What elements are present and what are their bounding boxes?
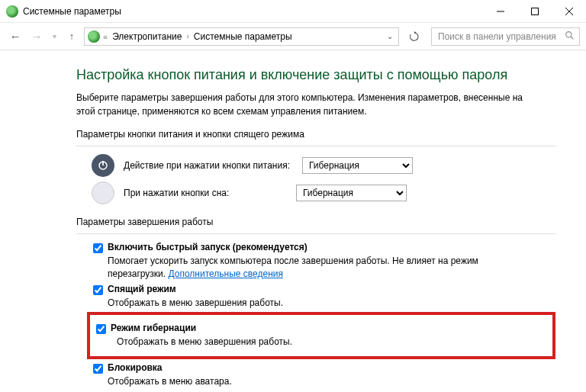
hibernate-option: Режим гибернации Отображать в меню завер… <box>96 323 548 349</box>
back-button[interactable]: ← <box>6 27 24 46</box>
more-info-link[interactable]: Дополнительные сведения <box>168 268 282 279</box>
svg-line-5 <box>571 37 573 39</box>
power-button-row: Действие при нажатии кнопки питания: Гиб… <box>92 154 555 177</box>
moon-icon <box>92 182 114 204</box>
lock-sub: Отображать в меню аватара. <box>108 375 520 388</box>
fast-startup-checkbox[interactable] <box>93 243 103 253</box>
fast-startup-title: Включить быстрый запуск (рекомендуется) <box>108 242 307 252</box>
navbar: ← → ▾ ↑ « Электропитание › Системные пар… <box>0 23 586 50</box>
forward-button[interactable]: → <box>27 27 46 46</box>
page-description: Выберите параметры завершения работы для… <box>76 91 526 118</box>
crumb-prefix: « <box>103 32 108 41</box>
sleep-mode-title: Спящий режим <box>108 284 176 294</box>
sleep-button-select[interactable]: Гибернация <box>296 185 407 201</box>
address-bar[interactable]: « Электропитание › Системные параметры ⌄ <box>84 27 399 46</box>
hibernate-title: Режим гибернации <box>111 323 196 333</box>
search-box[interactable] <box>431 27 580 46</box>
sleep-mode-checkbox[interactable] <box>93 285 103 295</box>
lock-option: Блокировка Отображать в меню аватара. <box>93 362 555 388</box>
lock-checkbox[interactable] <box>93 364 103 374</box>
content-area: Настройка кнопок питания и включение защ… <box>0 50 586 388</box>
sleep-button-row: При нажатии кнопки сна: Гибернация <box>92 182 555 204</box>
page-title: Настройка кнопок питания и включение защ… <box>76 67 555 83</box>
lock-checkbox-label[interactable]: Блокировка <box>93 362 555 374</box>
hibernate-checkbox-label[interactable]: Режим гибернации <box>96 323 548 334</box>
window-title: Системные параметры <box>23 6 121 17</box>
up-button[interactable]: ↑ <box>63 27 81 46</box>
power-button-label: Действие при нажатии кнопки питания: <box>124 160 290 171</box>
svg-point-4 <box>566 31 572 37</box>
fast-startup-checkbox-label[interactable]: Включить быстрый запуск (рекомендуется) <box>93 242 555 253</box>
search-icon[interactable] <box>565 31 575 43</box>
divider <box>76 233 555 234</box>
svg-rect-1 <box>531 8 538 14</box>
breadcrumb-item-2[interactable]: Системные параметры <box>194 31 292 42</box>
breadcrumb-item-1[interactable]: Электропитание <box>112 31 182 42</box>
fast-startup-desc: Помогает ускорить запуск компьютера посл… <box>108 255 478 279</box>
lock-title: Блокировка <box>108 362 163 373</box>
address-icon <box>88 31 100 43</box>
divider <box>76 146 555 146</box>
chevron-right-icon: › <box>187 32 189 40</box>
search-input[interactable] <box>436 31 560 43</box>
maximize-button[interactable] <box>517 0 552 23</box>
section-shutdown: Параметры завершения работы <box>76 217 555 227</box>
power-button-select[interactable]: Гибернация <box>302 157 413 174</box>
highlight-hibernate: Режим гибернации Отображать в меню завер… <box>87 312 555 359</box>
app-icon <box>6 5 18 18</box>
titlebar: Системные параметры <box>0 0 586 23</box>
hibernate-checkbox[interactable] <box>96 324 106 334</box>
sleep-mode-sub: Отображать в меню завершения работы. <box>108 297 520 310</box>
minimize-button[interactable] <box>483 0 517 23</box>
section-power-buttons: Параметры кнопки питания и кнопки спящег… <box>76 129 555 140</box>
fast-startup-sub: Помогает ускорить запуск компьютера посл… <box>108 255 520 281</box>
sleep-button-label: При нажатии кнопки сна: <box>124 188 284 198</box>
recent-dropdown[interactable]: ▾ <box>49 27 60 46</box>
sleep-mode-checkbox-label[interactable]: Спящий режим <box>93 284 555 295</box>
address-dropdown-icon[interactable]: ⌄ <box>383 32 397 40</box>
power-icon <box>92 154 114 177</box>
hibernate-sub: Отображать в меню завершения работы. <box>117 336 529 349</box>
fast-startup-option: Включить быстрый запуск (рекомендуется) … <box>93 242 555 281</box>
sleep-mode-option: Спящий режим Отображать в меню завершени… <box>93 284 555 310</box>
refresh-button[interactable] <box>405 27 423 46</box>
close-button[interactable] <box>552 0 586 23</box>
